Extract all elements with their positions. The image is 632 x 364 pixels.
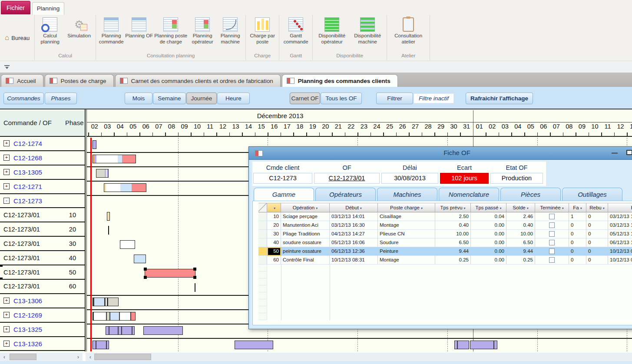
phase-row-50[interactable]: C12-1273/0150 <box>0 265 85 280</box>
minimize-button[interactable]: — <box>609 149 620 157</box>
gantt-bar[interactable] <box>120 240 135 249</box>
cell-8[interactable] <box>535 247 569 256</box>
operation-row-30[interactable]: 30Pliage Traditionn04/12/13 14:27Plieuse… <box>258 230 632 238</box>
expand-icon[interactable]: + <box>3 155 10 161</box>
dialog-tab-outillages[interactable]: Outillages <box>562 188 622 201</box>
column-header-rebu[interactable]: Rebu▾ <box>586 203 608 212</box>
tous-les-of-button[interactable]: Tous les OF <box>321 93 362 104</box>
phase-row-40[interactable]: C12-1273/0140 <box>0 251 85 265</box>
mois-button[interactable]: Mois <box>125 93 152 104</box>
expand-icon[interactable]: + <box>3 312 10 318</box>
cell-8[interactable] <box>535 212 569 221</box>
simulation-button[interactable]: ⚙Simulation <box>64 16 94 39</box>
scroll-left-arrow-icon[interactable]: ‹ <box>87 353 94 361</box>
gantt-bar[interactable] <box>96 169 109 178</box>
dialog-tab-opérateurs[interactable]: Opérateurs <box>315 188 376 201</box>
column-header-fin[interactable]: Fin <box>608 203 632 212</box>
scroll-left-arrow-icon[interactable]: ‹ <box>1 353 8 361</box>
phase-row-10[interactable]: C12-1273/0110 <box>0 208 85 223</box>
expand-icon[interactable]: + <box>3 326 10 332</box>
doc-tab-planning[interactable]: Planning des commandes clients <box>282 74 398 87</box>
column-header-début[interactable]: Début▾ <box>330 203 378 212</box>
order-row-C13-1305[interactable]: +C13-1305 <box>0 165 85 180</box>
left-panel-scrollbar[interactable]: ‹ › <box>0 353 83 361</box>
gantt-bar[interactable] <box>134 255 146 263</box>
gantt-bar[interactable] <box>143 326 183 335</box>
dialog-title-bar[interactable]: Fiche OF — <box>249 147 632 160</box>
cell-8[interactable] <box>535 238 569 247</box>
terminee-checkbox[interactable] <box>549 231 555 237</box>
consultation-atelier-button[interactable]: Consultation atelier <box>388 16 428 45</box>
terminee-checkbox[interactable] <box>549 222 555 228</box>
dialog-tab-machines[interactable]: Machines <box>377 188 437 201</box>
order-row-C12-1273[interactable]: -C12-1273 <box>0 194 85 208</box>
order-row-C13-1325[interactable]: +C13-1325 <box>0 323 85 337</box>
order-row-C12-1269[interactable]: +C12-1269 <box>0 308 85 323</box>
order-row-C12-1271[interactable]: +C12-1271 <box>0 180 85 194</box>
file-tab-button[interactable]: Fichier <box>1 1 30 14</box>
terminee-checkbox[interactable] <box>549 240 555 245</box>
gantt-milestone-tick[interactable] <box>195 283 195 292</box>
expand-icon[interactable]: + <box>3 169 10 175</box>
gantt-bar[interactable] <box>106 326 135 335</box>
column-header-terminée[interactable]: Terminée▾ <box>535 203 569 212</box>
phase-row-60[interactable]: C12-1273/0160 <box>0 280 85 294</box>
gantt-commande-button[interactable]: Gantt commande <box>281 16 311 45</box>
carnet-of-button[interactable]: Carnet OF <box>290 93 320 104</box>
column-header-fa[interactable]: Fa▾ <box>569 203 586 212</box>
expand-icon[interactable]: + <box>3 341 10 347</box>
disponibilite-operateur-button[interactable]: Disponibilité opérateur <box>314 16 350 45</box>
expand-icon[interactable]: + <box>3 183 10 189</box>
heure-button[interactable]: Heure <box>217 93 250 104</box>
planning-operateur-button[interactable]: Planning opérateur <box>189 16 216 45</box>
column-header-poste-charge[interactable]: Poste charge▾ <box>378 203 435 212</box>
scrollbar-thumb[interactable] <box>94 354 151 360</box>
gantt-bar[interactable] <box>93 341 109 349</box>
planning-commande-button[interactable]: Planning commande <box>97 16 125 45</box>
commandes-button[interactable]: Commandes <box>3 93 44 104</box>
order-row-C13-1306[interactable]: +C13-1306 <box>0 294 85 308</box>
dialog-tab-pièces[interactable]: Pièces <box>500 188 561 201</box>
rafraichir-button[interactable]: Rafraichir l'affichage <box>466 93 533 104</box>
journee-button[interactable]: Journée <box>186 93 217 104</box>
gantt-bar[interactable] <box>470 341 497 349</box>
scrollbar-thumb[interactable] <box>10 354 36 360</box>
disponibilite-machine-button[interactable]: Disponibilité machine <box>350 16 385 45</box>
dialog-tab-gamme[interactable]: Gamme <box>254 188 314 201</box>
bureau-button[interactable]: ⌂ Bureau <box>1 16 33 60</box>
planning-of-button[interactable]: Planning OF <box>125 16 153 39</box>
terminee-checkbox[interactable] <box>549 248 555 254</box>
column-header-tps-prévu[interactable]: Tps prévu▾ <box>435 203 471 212</box>
gantt-bar[interactable] <box>93 140 96 149</box>
operation-row-50[interactable]: 50peinture ossature06/12/13 12:36Peintur… <box>258 247 632 256</box>
terminee-checkbox[interactable] <box>549 214 555 219</box>
planning-machine-button[interactable]: Planning machine <box>216 16 244 45</box>
operation-row-10[interactable]: 10Sciage perçage03/12/13 14:01Cisaillage… <box>258 212 632 221</box>
calcul-planning-button[interactable]: Calcul planning <box>36 16 64 45</box>
gantt-bar[interactable] <box>145 269 195 278</box>
cell-8[interactable] <box>535 221 569 230</box>
gantt-milestone-tick[interactable] <box>108 226 109 235</box>
doc-tab-accueil[interactable]: Accueil <box>1 74 43 87</box>
order-row-C12-1274[interactable]: +C12-1274 <box>0 137 85 151</box>
phase-row-20[interactable]: C12-1273/0120 <box>0 222 85 237</box>
gantt-bar[interactable] <box>104 183 146 192</box>
ribbon-tab-planning[interactable]: Planning <box>32 2 64 15</box>
scroll-right-arrow-icon[interactable]: › <box>75 353 82 361</box>
collapse-icon[interactable]: - <box>3 198 10 204</box>
gantt-bar[interactable] <box>93 312 136 321</box>
phase-row-30[interactable]: C12-1273/0130 <box>0 237 85 251</box>
expand-icon[interactable]: + <box>3 298 10 304</box>
gantt-bar[interactable] <box>93 298 119 306</box>
column-header-tps-passé[interactable]: Tps passé▾ <box>471 203 506 212</box>
planning-poste-charge-button[interactable]: Planning poste de charge <box>153 16 189 45</box>
doc-tab-postes[interactable]: Postes de charge <box>45 74 114 87</box>
filtrer-button[interactable]: Filtrer <box>376 93 413 104</box>
field-value[interactable]: C12-1273/01 <box>314 173 380 184</box>
operation-number-column-header[interactable]: ▾ <box>267 203 281 212</box>
order-row-C13-1326[interactable]: +C13-1326 <box>0 337 85 351</box>
gantt-bar[interactable] <box>235 341 273 349</box>
expand-icon[interactable]: + <box>3 140 10 146</box>
operation-row-60[interactable]: 60Contrôle Final10/12/13 08:31Montage0.2… <box>258 256 632 265</box>
gantt-bar[interactable] <box>454 341 469 349</box>
